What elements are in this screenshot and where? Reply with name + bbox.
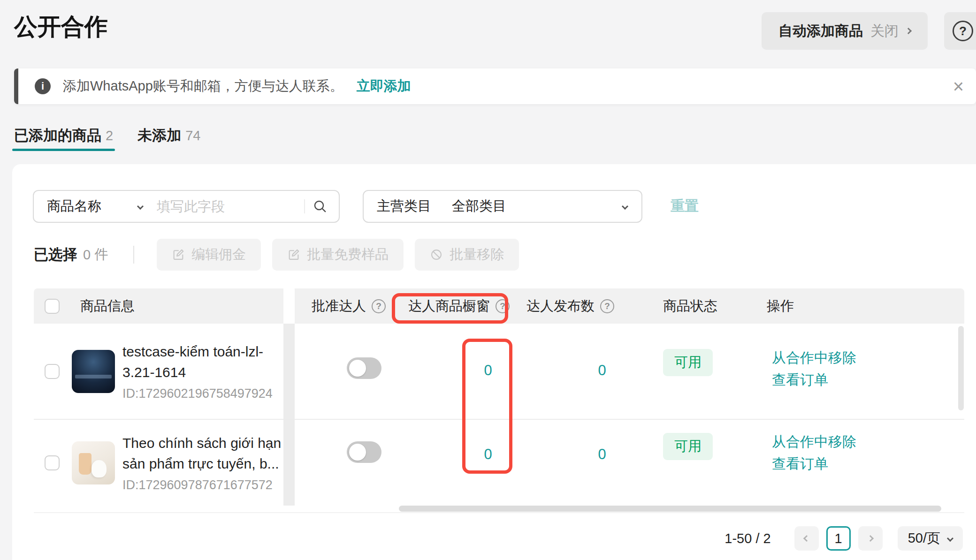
creator-showcase-cell: 0 [404,324,516,419]
edit-commission-label: 编辑佣金 [191,245,246,264]
page-size-value: 50/页 [908,529,940,548]
input-divider [304,199,305,213]
status-badge: 可用 [663,349,713,376]
auto-add-state: 关闭 [870,22,899,41]
toggle-knob [349,360,366,377]
header-approve-creator: 批准达人 ? [295,297,404,316]
row-checkbox[interactable] [45,364,60,379]
product-id: ID:1729602196758497924 [122,386,282,401]
creator-posts-cell: 0 [516,420,652,506]
add-now-link[interactable]: 立即添加 [357,77,411,96]
pagination-range: 1-50 / 2 [724,531,770,546]
header-product-status: 商品状态 [652,297,755,316]
bulk-action-bar: 已选择 0 件 编辑佣金 批量免费样品 [34,238,519,271]
remove-from-collab-link[interactable]: 从合作中移除 [772,347,856,368]
approve-toggle[interactable] [347,357,381,379]
product-title: Theo chính sách giới hạn sản phẩm trực t… [122,433,282,474]
info-icon: i [35,78,51,94]
products-table: 商品信息 批准达人 ? 达人商品橱窗 ? 达人发布数 ? [34,288,964,515]
approve-creator-cell [295,324,404,419]
tab-added-products[interactable]: 已添加的商品 2 [14,126,113,151]
remove-from-collab-link[interactable]: 从合作中移除 [772,431,856,452]
showcase-count-link[interactable]: 0 [484,446,492,463]
product-name-filter: 商品名称 [33,190,340,223]
header-product-cell: 商品信息 [34,288,283,324]
row-checkbox[interactable] [45,455,60,470]
table-row: Theo chính sách giới hạn sản phẩm trực t… [34,419,964,506]
vertical-scrollbar[interactable] [958,326,964,410]
view-orders-link[interactable]: 查看订单 [772,369,828,390]
posts-count-link[interactable]: 0 [598,362,606,379]
edit-commission-button[interactable]: 编辑佣金 [157,239,261,271]
info-banner: i 添加WhatsApp账号和邮箱，方便与达人联系。 立即添加 × [14,68,976,104]
selected-unit: 件 [94,245,108,264]
product-cell: testcase-kiểm toán-lzl-3.21-1614 ID:1729… [34,324,283,419]
question-icon[interactable]: ? [372,299,386,313]
posts-count-link[interactable]: 0 [598,446,606,463]
pagination: 1-50 / 2 1 50/页 [724,526,963,551]
approve-toggle[interactable] [347,441,381,463]
category-filter[interactable]: 主营类目 全部类目 [363,190,642,223]
header-approve-creator-label: 批准达人 [312,297,366,316]
actions-cell: 从合作中移除 查看订单 [755,324,964,419]
header-product-label: 商品信息 [80,297,135,316]
product-cell: Theo chính sách giới hạn sản phẩm trực t… [34,420,283,506]
previous-page-button[interactable] [794,526,819,551]
table-bottom-border [34,512,964,513]
filter-field-label[interactable]: 商品名称 [47,197,101,216]
bulk-free-sample-label: 批量免费样品 [307,245,389,264]
chevron-left-icon [803,535,810,542]
horizontal-scrollbar[interactable] [399,506,941,512]
vertical-divider [133,246,134,264]
edit-icon [287,248,300,261]
help-button[interactable]: ? [944,12,976,50]
bulk-free-sample-button[interactable]: 批量免费样品 [272,239,404,271]
fixed-column-gap [283,288,295,324]
tabs: 已添加的商品 2 未添加 74 [14,126,200,151]
creator-showcase-cell: 0 [404,420,516,506]
header-creator-posts: 达人发布数 ? [516,297,652,316]
product-info: Theo chính sách giới hạn sản phẩm trực t… [122,433,282,492]
status-cell: 可用 [652,324,755,419]
category-filter-value: 全部类目 [452,197,506,216]
creator-posts-cell: 0 [516,324,652,419]
header-creator-showcase-label: 达人商品橱窗 [408,297,490,316]
chevron-down-icon [947,535,953,542]
content-card: 商品名称 主营类目 全部类目 重置 已选择 0 件 [12,164,976,560]
tab-added-label: 已添加的商品 [14,126,101,145]
help-icon: ? [953,21,973,41]
product-image [72,350,115,393]
product-image [72,441,115,484]
chevron-right-icon [905,28,912,34]
header-right-block: 批准达人 ? 达人商品橱窗 ? 达人发布数 ? 商品状态 操作 [295,288,964,324]
tab-not-added-count: 74 [185,128,200,144]
current-page-button[interactable]: 1 [826,526,851,551]
product-id: ID:1729609787671677572 [122,478,282,492]
page-size-select[interactable]: 50/页 [898,526,963,551]
header-creator-posts-label: 达人发布数 [526,297,595,316]
status-cell: 可用 [652,420,755,506]
banner-accent-bar [14,68,18,104]
approve-creator-cell [295,420,404,506]
auto-add-label: 自动添加商品 [778,22,863,41]
table-row: testcase-kiểm toán-lzl-3.21-1614 ID:1729… [34,324,964,419]
chevron-down-icon [137,203,144,210]
tab-not-added-label: 未添加 [137,126,181,145]
ban-icon [430,248,443,261]
question-icon[interactable]: ? [496,299,510,313]
auto-add-products-button[interactable]: 自动添加商品 关闭 [762,12,928,50]
reset-button[interactable]: 重置 [671,197,699,216]
showcase-count-link[interactable]: 0 [484,362,492,379]
close-icon[interactable]: × [953,77,964,96]
select-all-checkbox[interactable] [45,299,60,314]
tab-not-added[interactable]: 未添加 74 [137,126,200,151]
bulk-remove-button[interactable]: 批量移除 [415,239,519,271]
next-page-button[interactable] [858,526,883,551]
bulk-remove-label: 批量移除 [450,245,504,264]
edit-icon [172,248,185,261]
product-name-input[interactable] [157,199,265,214]
banner-text: 添加WhatsApp账号和邮箱，方便与达人联系。 [63,77,343,96]
search-icon[interactable] [313,199,328,214]
view-orders-link[interactable]: 查看订单 [772,453,828,474]
question-icon[interactable]: ? [600,299,614,313]
